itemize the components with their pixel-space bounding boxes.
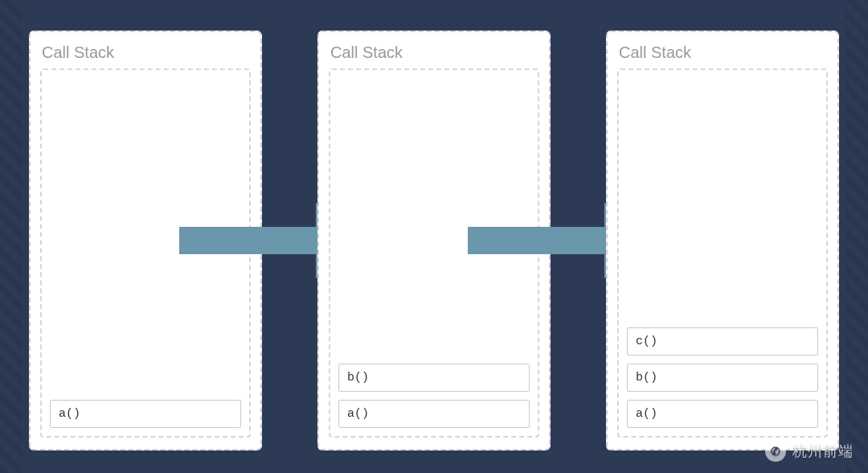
call-stack-panel: Call Stack c() b() a() [606, 31, 839, 450]
wechat-icon: ✆ [765, 441, 786, 462]
stack-col-3: Call Stack c() b() a() [606, 31, 839, 450]
stack-col-2: Call Stack b() a() [317, 31, 551, 450]
call-stack-body: a() [40, 68, 251, 438]
call-stack-panel: Call Stack b() a() [317, 31, 551, 450]
arrow-gap-1 [268, 31, 313, 450]
stack-frame: b() [627, 364, 818, 392]
call-stack-body: b() a() [329, 68, 539, 438]
stack-frame: a() [50, 400, 241, 428]
call-stack-title: Call Stack [619, 43, 828, 62]
stack-frame: a() [627, 400, 818, 428]
call-stack-title: Call Stack [330, 43, 539, 62]
call-stack-body: c() b() a() [617, 68, 828, 438]
call-stack-panel: Call Stack a() [29, 31, 262, 450]
stack-frame: a() [338, 400, 530, 428]
call-stack-title: Call Stack [42, 43, 251, 62]
stack-frame: c() [627, 327, 818, 356]
watermark-label: 杭州前端 [792, 442, 854, 461]
stack-frame: b() [338, 364, 530, 392]
arrow-gap-2 [556, 31, 601, 450]
stack-col-1: Call Stack a() [29, 31, 262, 450]
diagram-stage: Call Stack a() Call Stack b() a() [0, 0, 868, 473]
watermark: ✆ 杭州前端 [765, 441, 854, 462]
